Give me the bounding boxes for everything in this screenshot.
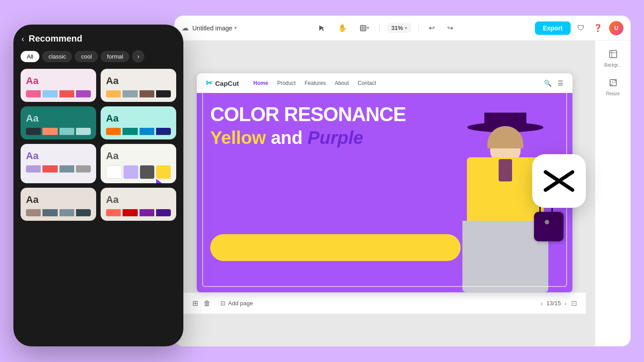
swatches-8 [106,209,171,216]
page-navigation: ‹ 13/15 › [541,300,567,307]
background-icon [609,50,618,61]
yellow-word: Yellow [210,128,266,147]
filter-formal[interactable]: formal [101,51,129,62]
file-name[interactable]: Untitled image ▾ [192,25,237,32]
canvas-nav-links: Home Product Features About Contact [253,80,376,86]
style-label-2: Aa [106,75,171,87]
bottom-toolbar: ⊞ 🗑 ⊡ Add page ‹ 13/15 › [183,292,586,314]
help-icon-btn[interactable]: ❓ [591,21,605,34]
left-panel: ‹ Recommend All classic cool formal › Aa [13,25,183,346]
zoom-control[interactable]: 31% ▾ [387,23,411,33]
toolbar-right: Export 🛡 ❓ U [535,21,623,35]
search-icon: 🔍 [544,80,551,87]
style-card-3[interactable]: Aa [21,106,96,139]
shield-icon-btn[interactable]: 🛡 [575,22,587,34]
canvas-nav-logo: ✂ CapCut [206,78,239,88]
next-page-button[interactable]: › [564,300,567,307]
style-card-7[interactable]: Aa [21,188,96,221]
fit-icon[interactable]: ⊡ [571,299,577,307]
resize-icon [609,78,618,89]
nav-link-features: Features [305,80,326,86]
capcut-floating-logo [532,154,586,208]
export-button[interactable]: Export [535,21,571,35]
svg-marker-0 [156,178,165,183]
background-tool[interactable]: Backgr... [599,46,627,71]
add-icon: ⊡ [220,300,225,307]
background-label: Backgr... [604,63,622,67]
pointer-tool[interactable] [316,22,328,34]
styles-grid: Aa Aa [19,69,178,221]
frame-tool[interactable]: ▾ [357,22,372,34]
undo-button[interactable]: ↩ [426,21,437,35]
style-label-1: Aa [26,75,91,87]
capcut-logo-svg [541,163,577,199]
resize-label: Resize [606,91,620,96]
swatches-4 [106,128,171,135]
swatches-3 [26,128,91,135]
swatches-1 [26,90,91,97]
swatches-5 [26,165,91,173]
toolbar-center: ✋ ▾ 31% ▾ ↩ ↪ [242,21,530,35]
canvas-nav-icons: 🔍 ☰ [544,80,564,87]
style-card-2[interactable]: Aa [101,69,176,102]
back-button[interactable]: ‹ [21,35,24,43]
yellow-pill-decoration [210,234,461,261]
filter-tags: All classic cool formal › [19,50,178,63]
duplicate-icon[interactable]: ⊞ [192,299,198,307]
and-word: and [271,128,308,147]
style-label-8: Aa [106,194,171,206]
style-card-5[interactable]: Aa [21,144,96,183]
style-label-7: Aa [26,194,91,206]
canvas-main: COLOR RESONANCE Yellow and Purple [197,93,572,292]
filter-cool[interactable]: cool [75,51,98,62]
toolbar: ☁ Untitled image ▾ ✋ ▾ [174,16,631,41]
capcut-nav-icon: ✂ [206,78,212,88]
filter-classic[interactable]: classic [42,51,72,62]
filter-more-button[interactable]: › [132,50,144,63]
style-label-6: Aa [106,150,171,162]
nav-link-contact: Contact [358,80,376,86]
prev-page-button[interactable]: ‹ [541,300,543,307]
add-page-button[interactable]: ⊡ Add page [216,298,258,308]
panel-title: Recommend [29,34,82,44]
canvas-nav: ✂ CapCut Home Product Features About Con… [197,73,572,93]
cursor-icon [154,176,168,183]
style-label-5: Aa [26,150,91,162]
page-counter: 13/15 [547,300,561,307]
svg-marker-1 [319,25,325,31]
hand-tool[interactable]: ✋ [335,21,350,35]
nav-link-home: Home [253,80,268,86]
style-label-4: Aa [106,113,171,124]
svg-rect-3 [610,51,617,58]
redo-button[interactable]: ↪ [445,21,456,35]
nav-link-about: About [335,80,348,86]
nav-link-product: Product [277,80,296,86]
swatches-7 [26,209,91,216]
delete-icon[interactable]: 🗑 [203,299,211,307]
bottom-right-controls: ‹ 13/15 › ⊡ [541,299,577,307]
style-card-8[interactable]: Aa [101,188,176,221]
purple-word: Purple [308,128,363,147]
user-avatar[interactable]: U [609,21,623,35]
style-card-1[interactable]: Aa [21,69,96,102]
style-label-3: Aa [26,113,91,124]
file-icon: ☁ [182,24,189,32]
right-panel: Backgr... Resize [595,41,631,346]
style-card-4[interactable]: Aa [101,106,176,139]
canvas-content[interactable]: ✂ CapCut Home Product Features About Con… [197,73,572,292]
toolbar-left: ☁ Untitled image ▾ [182,24,237,32]
bottom-left-tools: ⊞ 🗑 ⊡ Add page [192,298,258,308]
resize-tool[interactable]: Resize [599,75,627,100]
swatches-2 [106,90,171,97]
menu-icon: ☰ [558,80,564,87]
canvas-area: ✂ CapCut Home Product Features About Con… [174,41,595,346]
style-card-6[interactable]: Aa [101,144,176,183]
svg-rect-2 [360,25,366,31]
filter-all[interactable]: All [21,51,39,62]
